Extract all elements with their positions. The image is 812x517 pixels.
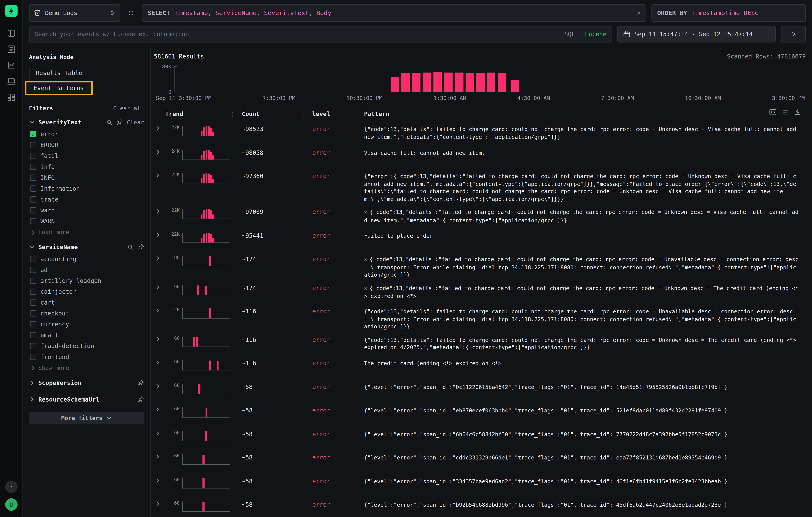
histogram-bar[interactable] xyxy=(476,73,485,92)
code-view-icon[interactable] xyxy=(769,108,777,116)
column-header-level[interactable]: level⋮ xyxy=(312,110,364,118)
time-range-picker[interactable]: Sep 11 15:47:14 - Sep 12 15:47:14 xyxy=(617,26,776,42)
checkbox-email[interactable] xyxy=(30,332,36,338)
pattern-text[interactable]: {"level":"error","span_id":"334357bae9ed… xyxy=(364,476,802,485)
column-menu-icon[interactable]: ⋮ xyxy=(352,110,364,118)
filter-option[interactable]: INFO xyxy=(29,172,144,183)
checkbox-WARN[interactable] xyxy=(30,218,36,224)
filters-clear-all-button[interactable]: Clear all xyxy=(113,105,144,112)
checkbox-cart[interactable] xyxy=(30,299,36,305)
more-filters-button[interactable]: More filters xyxy=(29,412,144,424)
user-avatar[interactable]: U xyxy=(5,498,17,511)
checkbox-INFO[interactable] xyxy=(30,174,36,180)
row-expand-chevron[interactable] xyxy=(155,307,165,315)
row-expand-chevron[interactable] xyxy=(155,231,165,239)
query-language-toggle[interactable]: SQL | Lucene xyxy=(564,30,606,38)
filter-option[interactable]: Information xyxy=(29,183,144,194)
pattern-text[interactable]: {"code":13,"details":"failed to charge c… xyxy=(364,307,802,330)
histogram-bar[interactable] xyxy=(465,73,474,92)
pattern-text[interactable]: {"level":"error","span_id":"b92b54b6882b… xyxy=(364,500,802,509)
filter-group-clear-button[interactable]: Clear xyxy=(127,119,144,125)
mode-sql-label[interactable]: SQL xyxy=(564,30,575,38)
checkbox-fraud-detection[interactable] xyxy=(30,343,36,349)
row-expand-chevron[interactable] xyxy=(155,453,165,461)
column-header-count[interactable]: Count⋮ xyxy=(242,110,312,118)
filter-option[interactable]: accounting xyxy=(29,253,144,264)
filter-option[interactable]: WARN xyxy=(29,216,144,226)
checkbox-currency[interactable] xyxy=(30,321,36,327)
dashboards-icon[interactable] xyxy=(6,93,16,102)
column-header-pattern[interactable]: Pattern xyxy=(364,110,802,118)
row-expand-chevron[interactable] xyxy=(155,254,165,263)
row-expand-chevron[interactable] xyxy=(155,500,165,508)
pattern-text[interactable]: {"code":13,"details":"failed to charge c… xyxy=(364,335,802,351)
row-expand-chevron[interactable] xyxy=(155,429,165,437)
histogram-bar[interactable] xyxy=(444,73,453,92)
dismiss-x-icon[interactable]: × xyxy=(364,285,367,291)
column-header-trend[interactable]: Trend⋮ xyxy=(165,110,242,118)
histogram-bar[interactable] xyxy=(412,73,420,92)
checkbox-warn[interactable] xyxy=(30,207,36,213)
filter-option[interactable]: ERROR xyxy=(29,139,144,150)
histogram-bar[interactable] xyxy=(401,73,410,92)
pin-icon[interactable] xyxy=(138,396,144,403)
column-menu-icon[interactable]: ⋮ xyxy=(230,110,242,118)
row-expand-chevron[interactable] xyxy=(155,335,165,343)
search-icon[interactable] xyxy=(127,244,134,250)
filter-option[interactable]: info xyxy=(29,161,144,172)
histogram-bar[interactable] xyxy=(433,72,442,92)
row-expand-chevron[interactable] xyxy=(155,171,165,180)
chart-icon[interactable] xyxy=(6,61,16,70)
histogram-bar[interactable] xyxy=(487,73,495,92)
sidebar-toggle-icon[interactable] xyxy=(6,29,16,38)
histogram-bar[interactable] xyxy=(391,77,399,92)
pattern-text[interactable]: Visa cache full: cannot add new item. xyxy=(364,148,802,156)
pattern-text[interactable]: {"code":13,"details":"failed to charge c… xyxy=(364,124,802,140)
filter-option[interactable]: checkout xyxy=(29,308,144,318)
filter-option[interactable]: ad xyxy=(29,264,144,275)
checkbox-trace[interactable] xyxy=(30,196,36,202)
pattern-text[interactable]: {"level":"error","span_id":"6b64c6c58842… xyxy=(364,429,802,438)
checkbox-accounting[interactable] xyxy=(30,256,36,262)
row-expand-chevron[interactable] xyxy=(155,207,165,216)
pattern-text[interactable]: ×{"code":13,"details":"failed to charge … xyxy=(364,254,802,278)
histogram-bar[interactable] xyxy=(497,73,506,92)
sql-clear-button[interactable]: × xyxy=(633,9,640,17)
pin-icon[interactable] xyxy=(117,119,123,125)
checkbox-ERROR[interactable] xyxy=(30,142,36,148)
pattern-text[interactable]: {"level":"error","span_id":"cddc331329e6… xyxy=(364,453,802,461)
search-input[interactable] xyxy=(35,30,564,38)
filter-option[interactable]: cart xyxy=(29,297,144,308)
source-settings-gear-button[interactable] xyxy=(125,4,137,22)
dismiss-x-icon[interactable]: × xyxy=(364,209,367,215)
checkbox-fatal[interactable] xyxy=(30,152,36,159)
filter-option[interactable]: artillery-loadgen xyxy=(29,275,144,286)
monitor-icon[interactable] xyxy=(6,77,16,86)
pattern-text[interactable]: Failed to place order xyxy=(364,231,802,239)
checkbox-info[interactable] xyxy=(30,164,36,170)
checkbox-artillery-loadgen[interactable] xyxy=(30,277,36,284)
analysis-mode-results-table[interactable]: Results Table xyxy=(30,67,144,79)
filter-option[interactable]: currency xyxy=(29,318,144,329)
row-expand-chevron[interactable] xyxy=(155,148,165,156)
checkbox-cainjector[interactable] xyxy=(30,288,36,294)
pattern-text[interactable]: {"error":{"code":13,"details":"failed to… xyxy=(364,171,802,202)
order-by-input[interactable]: ORDER BY TimestampTime DESC xyxy=(651,4,806,22)
histogram-bar[interactable] xyxy=(423,73,431,92)
logs-search-icon[interactable] xyxy=(6,45,16,54)
filter-option[interactable]: trace xyxy=(29,194,144,205)
checkbox-checkout[interactable] xyxy=(30,310,36,316)
filter-group-header[interactable]: ServiceName xyxy=(29,240,144,253)
pattern-text[interactable]: The credit card (ending <*> expired on <… xyxy=(364,358,802,367)
row-expand-chevron[interactable] xyxy=(155,476,165,485)
help-button[interactable]: ? xyxy=(5,481,17,493)
mode-lucene-label[interactable]: Lucene xyxy=(585,30,606,38)
pattern-text[interactable]: {"level":"error","span_id":"0c11220615ba… xyxy=(364,382,802,391)
show-more-button[interactable]: Show more xyxy=(29,362,144,372)
analysis-mode-event-patterns[interactable]: Event Patterns xyxy=(25,81,93,95)
pattern-text[interactable]: {"level":"error","span_id":"eb870ecef063… xyxy=(364,406,802,414)
search-icon[interactable] xyxy=(106,119,112,125)
list-settings-icon[interactable] xyxy=(782,108,789,116)
histogram-bar[interactable] xyxy=(455,73,463,92)
filter-option[interactable]: ✓error xyxy=(29,128,144,139)
